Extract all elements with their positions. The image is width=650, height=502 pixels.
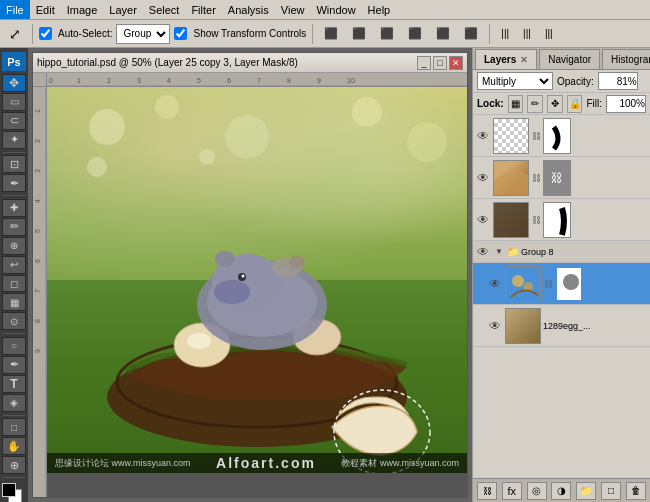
autoselect-checkbox[interactable] — [39, 27, 52, 40]
layer-name-5: 1289egg_... — [543, 321, 648, 331]
menu-layer[interactable]: Layer — [103, 0, 143, 19]
window-maximize-btn[interactable]: □ — [433, 56, 447, 70]
layer-mask-2: ⛓ — [543, 160, 571, 196]
ruler-vertical: 1 2 3 4 5 6 7 8 9 — [33, 87, 47, 497]
menu-window[interactable]: Window — [310, 0, 361, 19]
marquee-tool-btn[interactable]: ▭ — [2, 93, 26, 111]
align-middle-btn[interactable]: ⬛ — [431, 23, 455, 45]
ps-logo: Ps — [2, 52, 26, 71]
menu-file[interactable]: File — [0, 0, 30, 19]
layer-visibility-1[interactable]: 👁 — [475, 128, 491, 144]
heal-tool-btn[interactable]: ✚ — [2, 199, 26, 217]
layers-list[interactable]: 👁 ⛓ 👁 ⛓ ⛓ — [473, 115, 650, 478]
tab-layers-close[interactable]: ✕ — [520, 55, 528, 65]
svg-text:8: 8 — [34, 319, 41, 323]
dodge-tool-btn[interactable]: ○ — [2, 337, 26, 355]
tab-navigator[interactable]: Navigator — [539, 49, 600, 69]
menu-image[interactable]: Image — [61, 0, 104, 19]
layer-row-2[interactable]: 👁 ⛓ ⛓ — [473, 157, 650, 199]
align-left-btn[interactable]: ⬛ — [319, 23, 343, 45]
group-info-8: Group 8 — [521, 247, 648, 257]
watermark-right: 教程素材 www.missyuan.com — [341, 457, 459, 470]
layer-row-1[interactable]: 👁 ⛓ — [473, 115, 650, 157]
layer-row-4[interactable]: 👁 ⛓ — [473, 263, 650, 305]
menu-bar: File Edit Image Layer Select Filter Anal… — [0, 0, 650, 20]
foreground-color[interactable] — [2, 483, 16, 497]
tab-layers[interactable]: Layers ✕ — [475, 49, 537, 69]
crop-tool-btn[interactable]: ⊡ — [2, 155, 26, 173]
layer-link-2: ⛓ — [531, 170, 541, 186]
fg-bg-colors[interactable] — [2, 483, 26, 502]
layer-visibility-2[interactable]: 👁 — [475, 170, 491, 186]
new-layer-btn[interactable]: □ — [601, 482, 621, 500]
align-top-btn[interactable]: ⬛ — [403, 23, 427, 45]
delete-layer-btn[interactable]: 🗑 — [626, 482, 646, 500]
eyedropper-btn[interactable]: ✒ — [2, 174, 26, 192]
blend-mode-select[interactable]: Multiply — [477, 72, 553, 90]
shape-tool-btn[interactable]: □ — [2, 418, 26, 436]
layer-thumb-4 — [505, 266, 541, 302]
move-tool-btn[interactable]: ✥ — [2, 74, 26, 92]
layer-thumb-5 — [505, 308, 541, 344]
distribute-center-btn[interactable]: ||| — [518, 23, 536, 45]
zoom-tool-btn[interactable]: ⊕ — [2, 456, 26, 474]
menu-analysis[interactable]: Analysis — [222, 0, 275, 19]
lock-transparent-btn[interactable]: ▦ — [508, 95, 524, 113]
showtransform-checkbox[interactable] — [174, 27, 187, 40]
layer-row-5[interactable]: 👁 1289egg_... — [473, 305, 650, 347]
gradient-tool-btn[interactable]: ▦ — [2, 293, 26, 311]
layer-row-3[interactable]: 👁 ⛓ — [473, 199, 650, 241]
lock-position-btn[interactable]: ✥ — [547, 95, 563, 113]
distribute-left-btn[interactable]: ||| — [496, 23, 514, 45]
layer-visibility-3[interactable]: 👁 — [475, 212, 491, 228]
hand-tool-btn[interactable]: ✋ — [2, 437, 26, 455]
menu-select[interactable]: Select — [143, 0, 186, 19]
svg-text:2: 2 — [34, 139, 41, 143]
distribute-right-btn[interactable]: ||| — [540, 23, 558, 45]
align-bottom-btn[interactable]: ⬛ — [459, 23, 483, 45]
group-triangle-8[interactable]: ▼ — [493, 246, 505, 258]
tool-sep-2 — [3, 195, 25, 196]
align-center-btn[interactable]: ⬛ — [347, 23, 371, 45]
svg-point-25 — [352, 97, 382, 127]
layer-style-btn[interactable]: fx — [502, 482, 522, 500]
brush-tool-btn[interactable]: ✏ — [2, 218, 26, 236]
tab-histogram[interactable]: Histogram — [602, 49, 650, 69]
align-right-btn[interactable]: ⬛ — [375, 23, 399, 45]
window-close-btn[interactable]: ✕ — [449, 56, 463, 70]
svg-point-28 — [199, 149, 215, 165]
history-brush-btn[interactable]: ↩ — [2, 256, 26, 274]
eraser-tool-btn[interactable]: ◻ — [2, 275, 26, 293]
layer-visibility-5[interactable]: 👁 — [487, 318, 503, 334]
lock-all-btn[interactable]: 🔒 — [567, 95, 583, 113]
menu-view[interactable]: View — [275, 0, 311, 19]
blur-tool-btn[interactable]: ⊙ — [2, 312, 26, 330]
menu-help[interactable]: Help — [362, 0, 397, 19]
magic-wand-btn[interactable]: ✦ — [2, 131, 26, 149]
autoselect-select[interactable]: Group — [116, 24, 170, 44]
group-visibility-8[interactable]: 👁 — [475, 244, 491, 260]
svg-text:9: 9 — [317, 77, 321, 84]
svg-point-23 — [155, 95, 179, 119]
tool-panel: Ps ✥ ▭ ⊂ ✦ ⊡ ✒ ✚ ✏ ⊕ ↩ ◻ ▦ ⊙ ○ ✒ T ◈ □ ✋… — [0, 48, 28, 502]
group-row-8[interactable]: 👁 ▼ 📁 Group 8 — [473, 241, 650, 263]
lock-image-btn[interactable]: ✏ — [527, 95, 543, 113]
fill-input[interactable] — [606, 95, 646, 113]
menu-filter[interactable]: Filter — [185, 0, 221, 19]
canvas-image: 思缘设计论坛 www.missyuan.com Alfoart.com 教程素材… — [47, 87, 467, 473]
link-layers-btn[interactable]: ⛓ — [477, 482, 497, 500]
lasso-tool-btn[interactable]: ⊂ — [2, 112, 26, 130]
layer-visibility-4[interactable]: 👁 — [487, 276, 503, 292]
pen-tool-btn[interactable]: ✒ — [2, 356, 26, 374]
canvas-content[interactable]: 思缘设计论坛 www.missyuan.com Alfoart.com 教程素材… — [47, 87, 467, 497]
clone-tool-btn[interactable]: ⊕ — [2, 237, 26, 255]
menu-edit[interactable]: Edit — [30, 0, 61, 19]
window-minimize-btn[interactable]: _ — [417, 56, 431, 70]
new-adjustment-btn[interactable]: ◑ — [551, 482, 571, 500]
new-group-btn[interactable]: 📁 — [576, 482, 596, 500]
text-tool-btn[interactable]: T — [2, 375, 26, 393]
opacity-input[interactable] — [598, 72, 638, 90]
path-tool-btn[interactable]: ◈ — [2, 394, 26, 412]
add-mask-btn[interactable]: ◎ — [527, 482, 547, 500]
svg-text:10: 10 — [347, 77, 355, 84]
